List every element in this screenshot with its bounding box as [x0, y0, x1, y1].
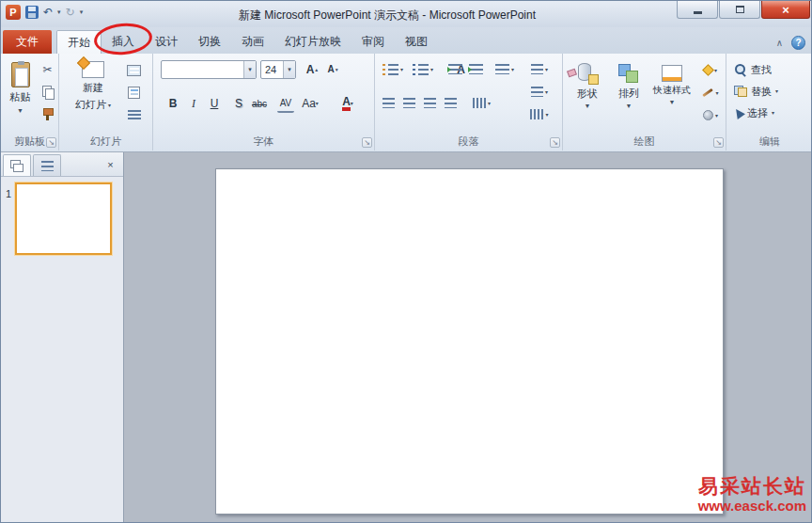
new-slide-icon [82, 61, 104, 78]
align-text-dropdown-icon: ▾ [545, 88, 548, 96]
minimize-icon [694, 11, 702, 14]
copy-button[interactable] [39, 83, 56, 101]
paste-button[interactable]: 粘贴 ▼ [4, 58, 37, 134]
increase-indent-icon [469, 64, 483, 74]
arrange-button[interactable]: 排列 ▼ [610, 58, 648, 132]
slides-thumbnails-tab[interactable] [3, 154, 31, 176]
cut-button[interactable]: ✂ [39, 60, 56, 78]
close-button[interactable]: × [761, 1, 810, 19]
bullets-button[interactable]: ▾ [383, 60, 403, 78]
tab-animations[interactable]: 动画 [231, 30, 274, 54]
slide-thumbnail[interactable] [15, 182, 112, 255]
undo-dropdown-icon[interactable]: ▾ [57, 8, 61, 16]
shapes-icon [576, 62, 599, 85]
slide-canvas[interactable] [215, 168, 724, 515]
minimize-button[interactable] [677, 1, 718, 19]
copy-icon [41, 86, 55, 99]
pane-close-button[interactable]: × [102, 157, 118, 172]
tab-design[interactable]: 设计 [145, 30, 188, 54]
line-spacing-icon [495, 64, 509, 74]
bullets-icon [383, 64, 398, 74]
tab-file[interactable]: 文件 [3, 30, 52, 54]
quick-styles-button[interactable]: 快速样式 ▼ [649, 58, 695, 132]
section-button[interactable] [125, 106, 143, 124]
font-size-combo[interactable]: 24 ▾ [260, 60, 296, 79]
columns-icon [473, 98, 486, 108]
format-painter-button[interactable] [39, 105, 56, 123]
replace-button[interactable]: 替换 ▾ [734, 83, 809, 100]
font-name-combo[interactable]: ▾ [161, 60, 257, 79]
clipboard-dialog-launcher[interactable]: ↘ [46, 137, 56, 148]
editing-canvas[interactable] [124, 152, 811, 522]
paragraph-dialog-launcher[interactable]: ↘ [550, 137, 560, 148]
tab-transitions[interactable]: 切换 [188, 30, 231, 54]
tab-view[interactable]: 视图 [395, 30, 438, 54]
shape-effects-dropdown-icon: ▾ [715, 112, 718, 119]
app-icon[interactable]: P [6, 5, 21, 20]
quick-access-toolbar: P ↶ ▾ ↻ ▾ [6, 5, 83, 20]
font-color-button[interactable]: A▾ [339, 94, 356, 113]
convert-smartart-icon [530, 109, 543, 119]
select-button[interactable]: 选择 ▾ [734, 104, 809, 121]
help-icon[interactable]: ? [791, 36, 805, 50]
paste-icon [11, 62, 30, 87]
shape-effects-button[interactable]: ▾ [698, 106, 723, 124]
text-direction-icon [531, 64, 543, 74]
find-button[interactable]: 查找 [734, 61, 809, 78]
layout-button[interactable] [125, 61, 143, 79]
group-font: ▾ 24 ▾ A A A B I U S abc AV Aa▾ A▾ 字体 ↘ [153, 54, 375, 151]
tab-home[interactable]: 开始 [56, 30, 102, 54]
shrink-font-button[interactable]: A [324, 60, 342, 78]
decrease-indent-icon [448, 64, 462, 74]
strikethrough-button[interactable]: abc [251, 94, 268, 113]
shape-fill-icon [702, 64, 714, 76]
shapes-button[interactable]: 形状 ▼ [569, 58, 606, 132]
decrease-indent-button[interactable] [448, 60, 462, 78]
numbering-button[interactable]: ▾ [413, 60, 433, 78]
drawing-dialog-launcher[interactable]: ↘ [713, 137, 724, 148]
section-icon [128, 110, 141, 120]
change-case-button[interactable]: Aa▾ [302, 94, 319, 113]
align-right-button[interactable] [424, 94, 436, 112]
font-name-dropdown-icon[interactable]: ▾ [243, 61, 256, 78]
qat-customize-button[interactable]: ▾ [80, 8, 84, 16]
collapse-ribbon-icon[interactable]: ∧ [776, 38, 783, 48]
line-spacing-button[interactable]: ▾ [495, 60, 514, 78]
new-slide-button[interactable]: 新建 幻灯片 ▾ [69, 58, 117, 134]
convert-smartart-button[interactable]: ▾ [523, 105, 555, 123]
bold-button[interactable]: B [164, 94, 181, 113]
align-left-button[interactable] [383, 94, 395, 112]
shape-outline-button[interactable]: ▾ [698, 84, 723, 102]
font-size-dropdown-icon[interactable]: ▾ [283, 61, 295, 78]
reset-button[interactable] [125, 84, 143, 102]
tab-review[interactable]: 审阅 [351, 30, 395, 54]
italic-button[interactable]: I [185, 94, 202, 113]
save-icon[interactable] [25, 6, 39, 19]
columns-button[interactable]: ▾ [473, 94, 491, 112]
outline-tab-icon [41, 161, 54, 171]
align-center-button[interactable] [403, 94, 415, 112]
text-shadow-button[interactable]: S [230, 94, 247, 113]
undo-button[interactable]: ↶ [43, 6, 53, 19]
columns-dropdown-icon: ▾ [488, 100, 491, 107]
outline-tab[interactable] [33, 154, 61, 176]
underline-button[interactable]: U [206, 94, 223, 113]
maximize-button[interactable] [719, 1, 760, 19]
font-dialog-launcher[interactable]: ↘ [362, 137, 372, 148]
increase-indent-button[interactable] [469, 60, 483, 78]
align-text-button[interactable]: ▾ [523, 83, 555, 101]
select-icon [732, 106, 745, 119]
text-direction-button[interactable]: ▾ [523, 60, 555, 78]
redo-button[interactable]: ↻ [66, 6, 75, 19]
grow-font-button[interactable]: A [304, 60, 321, 78]
group-editing: 查找 替换 ▾ 选择 ▾ 编辑 [726, 54, 812, 151]
new-slide-dropdown-icon: ▾ [108, 102, 111, 109]
tab-slideshow[interactable]: 幻灯片放映 [274, 30, 351, 54]
tab-insert[interactable]: 插入 [102, 30, 145, 54]
justify-button[interactable] [445, 94, 457, 112]
align-left-icon [383, 98, 395, 108]
shape-fill-button[interactable]: ▾ [698, 61, 723, 79]
quick-styles-dropdown-icon: ▼ [669, 99, 676, 106]
character-spacing-button[interactable]: AV [277, 94, 294, 113]
shape-outline-dropdown-icon: ▾ [715, 89, 718, 97]
